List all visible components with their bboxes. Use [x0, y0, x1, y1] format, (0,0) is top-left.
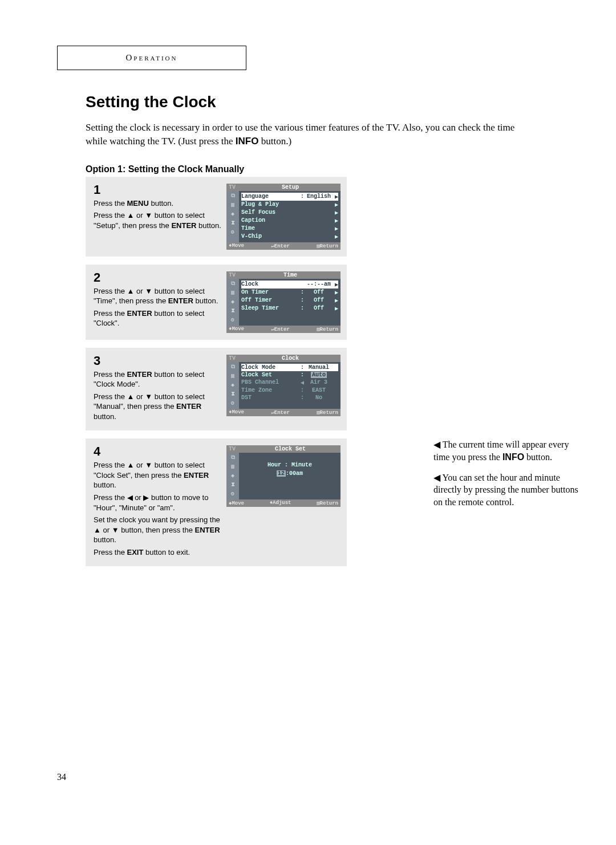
osd-row-value: Air 3 [305, 379, 333, 386]
picture-icon: ▥ [231, 464, 234, 470]
osd-setup-menu: TVSetup ⧉▥◈⧗⚙ Language:English▶Plug & Pl… [226, 184, 341, 250]
step4-line4-tail: button to exit. [143, 548, 190, 556]
timer-icon: ⧗ [231, 308, 235, 314]
osd-menu-row: Clock Mode:Manual [241, 364, 338, 371]
chevron-right-icon: ▶ [333, 233, 338, 240]
osd-menu-row: Plug & Play▶ [241, 201, 338, 209]
osd-row-sep [299, 201, 305, 208]
chevron-right-icon [333, 364, 338, 371]
minute-ampm-value: :00am [286, 470, 303, 477]
intro-text-tail: button.) [258, 136, 291, 147]
osd-enter-hint: ↵Enter [271, 409, 289, 416]
page-number: 34 [57, 772, 66, 782]
chevron-right-icon [333, 387, 338, 393]
osd-row-sep: : [299, 289, 305, 296]
enter-button-label: ENTER [171, 221, 196, 230]
osd-return-hint: ▥Return [317, 243, 338, 249]
osd-clock-menu: TVClock ⧉▥◈⧗⚙ Clock Mode:ManualClock Set… [226, 355, 341, 424]
osd-menu-row: Time Zone:EAST [241, 387, 338, 394]
osd-row-label: Plug & Play [241, 201, 299, 208]
osd-row-value: Off [305, 297, 333, 304]
osd-row-label: Caption [241, 217, 299, 224]
step4-line2: Press the ◀ or ▶ button to move to "Hour… [94, 493, 222, 513]
osd-row-sep: : [299, 387, 305, 393]
osd-row-label: V-Chip [241, 233, 299, 240]
step2-line1-tail: button. [193, 296, 218, 305]
osd-enter-hint: ↵Enter [271, 326, 289, 332]
osd-row-value [305, 209, 333, 216]
osd-move-hint: ♦Move [229, 409, 244, 416]
note-1-tail: button. [524, 452, 552, 462]
sound-icon: ◈ [231, 299, 234, 305]
osd-tv-label: TV [229, 355, 242, 361]
enter-button-label: ENTER [127, 370, 152, 379]
osd-return-hint: ▥Return [317, 326, 338, 332]
osd-row-label: Clock Set [241, 372, 299, 378]
osd-return-hint: ▥Return [317, 409, 338, 416]
chevron-right-icon [333, 379, 338, 386]
osd-icon-column: ⧉▥◈⧗⚙ [226, 453, 239, 499]
sound-icon: ◈ [231, 212, 234, 217]
osd-row-label: Sleep Timer [241, 305, 299, 312]
step-4: 4 Press the ▲ or ▼ button to select "Clo… [86, 438, 347, 566]
osd-row-sep: ◀ [299, 379, 305, 386]
exit-button-label: EXIT [127, 548, 144, 556]
setup-icon: ⚙ [231, 491, 234, 497]
osd-title-setup: Setup [242, 184, 338, 190]
osd-row-label: Clock [241, 281, 299, 288]
chevron-right-icon: ▶ [333, 305, 338, 312]
setup-icon: ⚙ [231, 401, 234, 407]
osd-menu-row: Language:English▶ [241, 193, 338, 201]
osd-row-value [305, 217, 333, 224]
osd-menu-row: Clock Set:Auto [241, 371, 338, 379]
osd-row-sep: : [299, 193, 305, 200]
osd-menu-row: Sleep Timer:Off▶ [241, 304, 338, 312]
osd-row-value: Auto [305, 372, 333, 378]
step3-line1: Press the [94, 370, 127, 379]
step-number: 1 [94, 184, 222, 196]
osd-row-label: On Timer [241, 289, 299, 296]
osd-row-label: Off Timer [241, 297, 299, 304]
osd-menu-row: On Timer:Off▶ [241, 289, 338, 296]
osd-row-value: --:--am [305, 281, 333, 288]
osd-row-sep [299, 217, 305, 224]
osd-clockset-menu: TVClock Set ⧉▥◈⧗⚙ Hour : Minute 12:00am … [226, 445, 341, 559]
tv-icon: ⧉ [231, 193, 235, 199]
step-number: 2 [94, 271, 222, 284]
info-button-label: INFO [502, 452, 524, 462]
tv-icon: ⧉ [231, 364, 235, 370]
note-2: ◀ You can set the hour and minute direct… [433, 472, 582, 509]
chevron-right-icon: ▶ [333, 297, 338, 304]
osd-menu-row: DST:No [241, 394, 338, 401]
osd-row-label: Clock Mode [241, 364, 299, 371]
osd-row-sep: : [299, 305, 305, 312]
step4-line3-tail: button. [94, 535, 116, 544]
info-button-label: INFO [236, 136, 259, 147]
setup-icon: ⚙ [231, 318, 234, 323]
enter-button-label: ENTER [184, 471, 209, 480]
osd-row-label: Time Zone [241, 387, 299, 393]
enter-button-label: ENTER [127, 309, 152, 318]
step1-line2-tail: button. [197, 221, 221, 230]
timer-icon: ⧗ [231, 392, 235, 397]
intro-text: Setting the clock is necessary in order … [86, 122, 514, 147]
osd-row-label: DST [241, 395, 299, 401]
osd-row-sep: : [299, 395, 305, 401]
option-heading: Option 1: Setting the Clock Manually [86, 164, 559, 174]
osd-menu-row: Time▶ [241, 225, 338, 233]
osd-menu-row: Self Focus▶ [241, 209, 338, 217]
chevron-right-icon [333, 372, 338, 378]
enter-button-label: ENTER [168, 296, 193, 305]
chevron-right-icon: ▶ [333, 225, 338, 232]
osd-row-sep [299, 281, 305, 288]
step3-line2-tail: button. [94, 412, 116, 421]
step-1: 1 Press the MENU button. Press the ▲ or … [86, 177, 347, 257]
hour-minute-label: Hour : Minute [241, 462, 338, 468]
osd-row-value: Off [305, 305, 333, 312]
osd-time-menu: TVTime ⧉▥◈⧗⚙ Clock--:--am▶On Timer:Off▶O… [226, 271, 341, 333]
chevron-right-icon: ▶ [333, 281, 338, 288]
section-header: Operation [57, 46, 246, 70]
picture-icon: ▥ [231, 373, 234, 379]
enter-button-label: ENTER [195, 526, 220, 534]
osd-row-sep [299, 233, 305, 240]
